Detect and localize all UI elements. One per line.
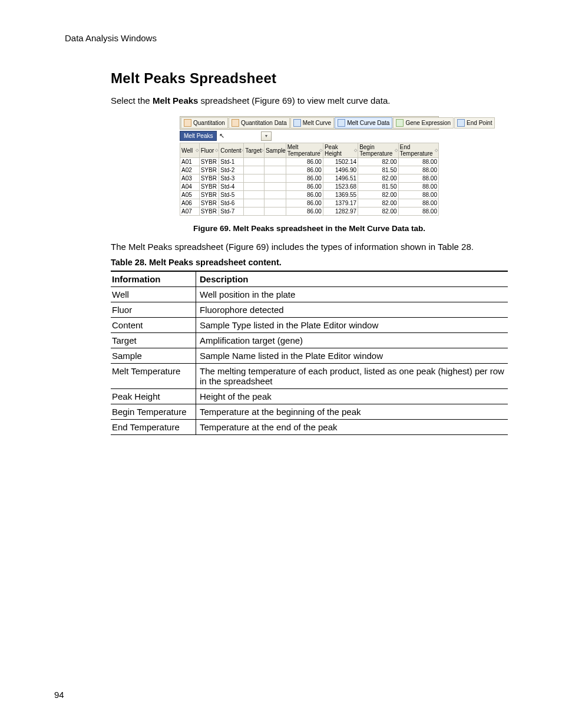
sort-icon[interactable]: ◇	[260, 148, 263, 153]
cell: Std-6	[219, 199, 244, 207]
cell: 1523.68	[323, 183, 358, 191]
desc-cell: Well position in the plate	[196, 287, 508, 302]
tab-label: End Point	[467, 120, 492, 126]
tab-icon	[338, 119, 345, 127]
cell: 86.00	[286, 158, 323, 166]
table-row[interactable]: A04SYBRStd-486.001523.6881.5088.00	[180, 183, 439, 191]
cell: A03	[180, 174, 200, 183]
column-header[interactable]: Target◇	[244, 143, 265, 158]
cell: 1502.14	[323, 158, 358, 166]
cell: A02	[180, 166, 200, 174]
cell: SYBR	[199, 191, 219, 199]
column-header[interactable]: BeginTemperature◇	[358, 143, 398, 158]
cell	[264, 183, 286, 191]
running-head: Data Analysis Windows	[65, 33, 508, 43]
tab-icon	[457, 119, 465, 127]
sort-icon[interactable]: ◇	[435, 148, 438, 153]
tab-icon	[184, 119, 191, 127]
cell: 86.00	[286, 191, 323, 199]
table-row: Peak HeightHeight of the peak	[111, 389, 508, 404]
cell: SYBR	[199, 183, 219, 191]
info-cell: Peak Height	[111, 389, 196, 404]
tab-icon	[232, 119, 239, 127]
table-row: Begin TemperatureTemperature at the begi…	[111, 404, 508, 420]
cell: Std-7	[219, 207, 244, 216]
cell	[264, 199, 286, 207]
sort-icon[interactable]: ◇	[395, 148, 398, 153]
cell: A01	[180, 158, 200, 166]
tab-label: Gene Expression	[405, 120, 451, 126]
sort-icon[interactable]: ◇	[196, 148, 199, 153]
table-row[interactable]: A01SYBRStd-186.001502.1482.0088.00	[180, 158, 439, 166]
table-28-caption: Table 28. Melt Peaks spreadsheet content…	[111, 258, 508, 267]
tab-gene-expression[interactable]: Gene Expression	[393, 117, 454, 129]
table-row: SampleSample Name listed in the Plate Ed…	[111, 348, 508, 364]
intro-text-bold: Melt Peaks	[153, 95, 199, 106]
cell: 82.00	[358, 199, 398, 207]
column-header[interactable]: MeltTemperature◇	[286, 143, 323, 158]
tab-quantitation[interactable]: Quantitation	[181, 117, 228, 129]
sort-icon[interactable]: ◇	[282, 148, 285, 153]
chevron-down-icon[interactable]: ▾	[261, 131, 272, 141]
table-28-head-info: Information	[111, 271, 196, 287]
sort-icon[interactable]: ◇	[354, 148, 357, 153]
cursor-icon: ↖	[219, 133, 224, 139]
cell: 1379.17	[323, 199, 358, 207]
desc-cell: Sample Name listed in the Plate Editor w…	[196, 348, 508, 364]
info-cell: Begin Temperature	[111, 404, 196, 420]
info-cell: Sample	[111, 348, 196, 364]
sort-icon[interactable]: ◇	[240, 148, 243, 153]
cell: 88.00	[398, 158, 438, 166]
cell: SYBR	[199, 199, 219, 207]
tab-label: Melt Curve Data	[347, 120, 389, 126]
cell: 88.00	[398, 174, 438, 183]
cell: 81.50	[358, 183, 398, 191]
cell: 86.00	[286, 174, 323, 183]
column-header[interactable]: Fluor◇	[199, 143, 219, 158]
cell: 82.00	[358, 207, 398, 216]
table-row[interactable]: A02SYBRStd-286.001496.9081.5088.00	[180, 166, 439, 174]
column-header[interactable]: Content◇	[219, 143, 244, 158]
cell: Std-1	[219, 158, 244, 166]
cell: 1369.55	[323, 191, 358, 199]
cell: 88.00	[398, 207, 438, 216]
table-row: WellWell position in the plate	[111, 287, 508, 302]
column-header[interactable]: PeakHeight◇	[323, 143, 358, 158]
table-row[interactable]: A06SYBRStd-686.001379.1782.0088.00	[180, 199, 439, 207]
table-row[interactable]: A07SYBRStd-786.001282.9782.0088.00	[180, 207, 439, 216]
tab-end-point[interactable]: End Point	[454, 117, 495, 129]
column-header[interactable]: Well◇	[180, 143, 200, 158]
sort-icon[interactable]: ◇	[215, 148, 218, 153]
cell: SYBR	[199, 207, 219, 216]
intro-text-suffix: spreadsheet (Figure 69) to view melt cur…	[198, 95, 390, 106]
cell: 86.00	[286, 207, 323, 216]
desc-cell: Fluorophore detected	[196, 302, 508, 318]
cell: 1496.51	[323, 174, 358, 183]
cell	[244, 174, 265, 183]
intro-paragraph: Select the Melt Peaks spreadsheet (Figur…	[111, 95, 508, 106]
desc-cell: Amplification target (gene)	[196, 333, 508, 348]
desc-cell: Height of the peak	[196, 389, 508, 404]
cell	[244, 199, 265, 207]
sub-tab-melt-peaks[interactable]: Melt Peaks	[180, 131, 217, 141]
tab-melt-curve-data[interactable]: Melt Curve Data	[335, 117, 392, 129]
cell	[244, 158, 265, 166]
tab-quantitation-data[interactable]: Quantitation Data	[229, 117, 290, 129]
table-row[interactable]: A03SYBRStd-386.001496.5182.0088.00	[180, 174, 439, 183]
cell: 1282.97	[323, 207, 358, 216]
info-cell: End Temperature	[111, 420, 196, 435]
table-row: ContentSample Type listed in the Plate E…	[111, 318, 508, 333]
table-row[interactable]: A05SYBRStd-586.001369.5582.0088.00	[180, 191, 439, 199]
sort-icon[interactable]: ◇	[319, 148, 322, 153]
cell: Std-4	[219, 183, 244, 191]
cell	[264, 174, 286, 183]
after-figure-paragraph: The Melt Peaks spreadsheet (Figure 69) i…	[111, 242, 508, 252]
table-28: Information Description WellWell positio…	[111, 271, 508, 435]
desc-cell: Temperature at the beginning of the peak	[196, 404, 508, 420]
cell	[264, 158, 286, 166]
tab-melt-curve[interactable]: Melt Curve	[290, 117, 334, 129]
cell: A07	[180, 207, 200, 216]
column-header[interactable]: EndTemperature◇	[398, 143, 438, 158]
table-row: Melt TemperatureThe melting temperature …	[111, 364, 508, 389]
column-header[interactable]: Sample◇	[264, 143, 286, 158]
